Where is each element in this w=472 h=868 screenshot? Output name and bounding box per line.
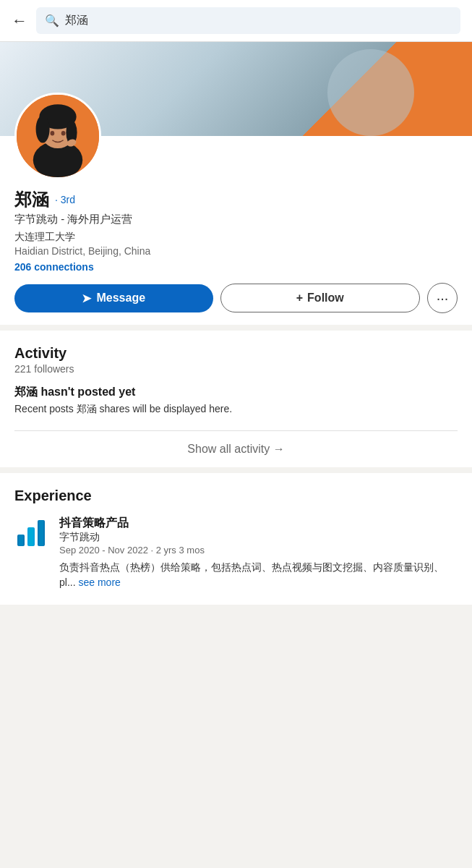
svg-rect-12	[19, 535, 23, 546]
bytedance-logo-svg	[14, 514, 49, 549]
avatar-image	[14, 93, 101, 179]
top-bar: ← 🔍 郑涵	[0, 0, 472, 42]
profile-connections[interactable]: 206 connections	[14, 261, 458, 273]
name-row: 郑涵 · 3rd	[14, 188, 458, 211]
no-posts-suffix: hasn't posted yet	[38, 386, 135, 398]
back-button[interactable]: ←	[12, 12, 27, 30]
no-posts-desc: Recent posts 郑涵 shares will be displayed…	[14, 403, 458, 416]
job-title: 抖音策略产品	[59, 516, 458, 531]
profile-header: 郑涵 · 3rd 字节跳动 - 海外用户运营 大连理工大学 Haidian Di…	[0, 42, 472, 325]
profile-location: Haidian District, Beijing, China	[14, 245, 458, 257]
avatar	[14, 93, 101, 179]
employment-dates: Sep 2020 - Nov 2022 · 2 yrs 3 mos	[59, 545, 458, 556]
no-posts-name: 郑涵	[14, 386, 38, 398]
experience-item: 抖音策略产品 字节跳动 Sep 2020 - Nov 2022 · 2 yrs …	[14, 516, 458, 590]
banner-decoration	[327, 49, 414, 136]
profile-info: 郑涵 · 3rd 字节跳动 - 海外用户运营 大连理工大学 Haidian Di…	[0, 179, 472, 325]
followers-count: 221 followers	[14, 363, 458, 375]
profile-name: 郑涵	[14, 188, 49, 211]
show-all-activity-button[interactable]: Show all activity →	[14, 430, 458, 467]
svg-rect-14	[39, 520, 43, 546]
job-description: 负责抖音热点（热榜）供给策略，包括热点词、热点视频与图文挖掘、内容质量识别、pl…	[59, 560, 458, 590]
svg-point-4	[36, 116, 50, 143]
see-more-link[interactable]: see more	[78, 576, 120, 588]
profile-education: 大连理工大学	[14, 231, 458, 244]
follow-plus-icon: +	[296, 292, 303, 305]
svg-point-6	[51, 131, 55, 136]
search-input[interactable]: 郑涵	[65, 13, 88, 28]
more-icon: ···	[437, 290, 449, 307]
company-name: 字节跳动	[59, 531, 458, 544]
experience-section: Experience 抖音策略产品 字节跳动 Sep 2020 - Nov 20…	[0, 473, 472, 605]
profile-title: 字节跳动 - 海外用户运营	[14, 213, 458, 226]
follow-label: Follow	[307, 292, 344, 305]
message-icon: ➤	[82, 292, 91, 305]
experience-title: Experience	[14, 488, 458, 504]
activity-title: Activity	[14, 345, 458, 362]
connection-degree: · 3rd	[55, 194, 75, 205]
follow-button[interactable]: + Follow	[220, 284, 421, 312]
search-icon: 🔍	[45, 14, 59, 27]
company-logo	[14, 516, 49, 550]
search-box[interactable]: 🔍 郑涵	[36, 7, 460, 34]
experience-details: 抖音策略产品 字节跳动 Sep 2020 - Nov 2022 · 2 yrs …	[59, 516, 458, 590]
message-button[interactable]: ➤ Message	[14, 284, 213, 312]
no-posts-title: 郑涵 hasn't posted yet	[14, 385, 458, 400]
message-label: Message	[96, 292, 145, 305]
activity-section: Activity 221 followers 郑涵 hasn't posted …	[0, 331, 472, 467]
svg-point-7	[61, 131, 66, 136]
svg-rect-13	[29, 527, 33, 546]
action-buttons: ➤ Message + Follow ···	[14, 283, 458, 313]
avatar-svg	[17, 93, 99, 179]
more-options-button[interactable]: ···	[427, 283, 458, 313]
